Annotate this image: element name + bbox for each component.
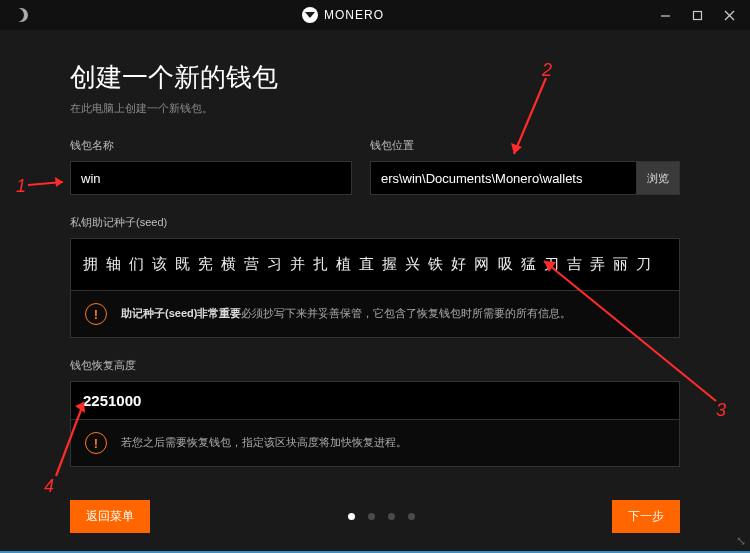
minimize-button[interactable] [650, 3, 680, 27]
wallet-name-input[interactable] [70, 161, 352, 195]
moon-icon [14, 8, 28, 22]
browse-button[interactable]: 浏览 [637, 161, 680, 195]
seed-notice: ! 助记种子(seed)非常重要必须抄写下来并妥善保管，它包含了恢复钱包时所需要… [70, 291, 680, 338]
page-title: 创建一个新的钱包 [70, 60, 680, 95]
next-button[interactable]: 下一步 [612, 500, 680, 533]
page-subtitle: 在此电脑上创建一个新钱包。 [70, 101, 680, 116]
warning-icon: ! [85, 432, 107, 454]
maximize-button[interactable] [682, 3, 712, 27]
svg-rect-1 [693, 11, 701, 19]
annotation-number: 4 [44, 476, 54, 497]
seed-notice-text: 必须抄写下来并妥善保管，它包含了恢复钱包时所需要的所有信息。 [241, 307, 571, 319]
main-content: 创建一个新的钱包 在此电脑上创建一个新钱包。 钱包名称 钱包位置 浏览 私钥助记… [0, 30, 750, 467]
seed-display[interactable]: 拥 轴 们 该 既 宪 横 营 习 并 扎 植 直 握 兴 铁 好 网 吸 猛 … [70, 238, 680, 291]
wallet-name-label: 钱包名称 [70, 138, 352, 153]
step-dot [408, 513, 415, 520]
step-dot [368, 513, 375, 520]
close-button[interactable] [714, 3, 744, 27]
step-dot [348, 513, 355, 520]
wizard-footer: 返回菜单 下一步 [0, 500, 750, 533]
warning-icon: ! [85, 303, 107, 325]
theme-toggle[interactable] [6, 3, 36, 27]
resize-grip-icon[interactable]: ⤡ [736, 534, 746, 548]
monero-logo-icon [302, 7, 318, 23]
seed-label: 私钥助记种子(seed) [70, 215, 680, 230]
back-button[interactable]: 返回菜单 [70, 500, 150, 533]
restore-notice-text: 若您之后需要恢复钱包，指定该区块高度将加快恢复进程。 [121, 435, 407, 450]
app-title: MONERO [324, 8, 384, 22]
titlebar: MONERO [0, 0, 750, 30]
step-dot [388, 513, 395, 520]
wallet-location-input[interactable] [370, 161, 637, 195]
wallet-location-label: 钱包位置 [370, 138, 680, 153]
restore-height-input[interactable]: 2251000 [70, 381, 680, 420]
step-indicator [348, 513, 415, 520]
restore-height-label: 钱包恢复高度 [70, 358, 680, 373]
restore-notice: ! 若您之后需要恢复钱包，指定该区块高度将加快恢复进程。 [70, 420, 680, 467]
seed-notice-strong: 助记种子(seed)非常重要 [121, 307, 241, 319]
